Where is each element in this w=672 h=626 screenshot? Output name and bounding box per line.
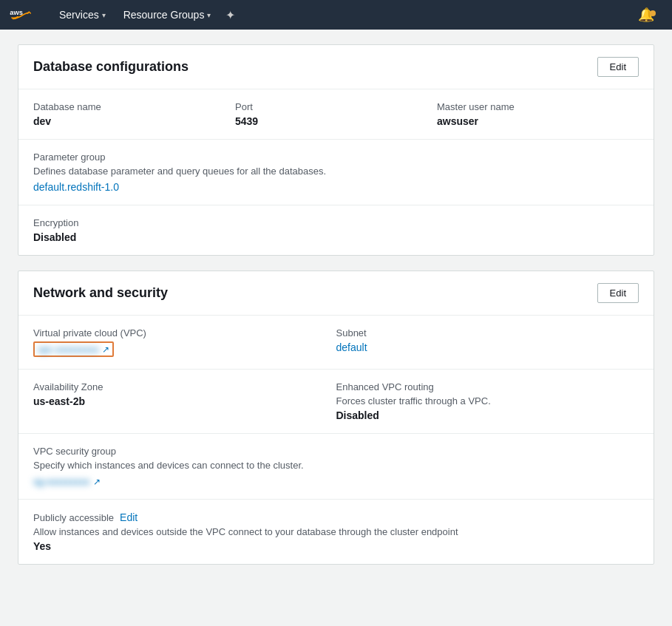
public-label-row: Publicly accessible Edit xyxy=(33,511,639,523)
services-label: Services xyxy=(59,9,99,21)
enhanced-vpc-label: Enhanced VPC routing xyxy=(336,381,639,392)
enhanced-vpc-desc: Forces cluster traffic through a VPC. xyxy=(336,395,639,406)
nav-bar: aws Services ▾ Resource Groups ▾ ✦ 🔔 xyxy=(0,0,672,30)
sg-row: VPC security group Specify which instanc… xyxy=(18,434,654,500)
port-label: Port xyxy=(235,101,437,112)
network-body: Virtual private cloud (VPC) vpc-xxxxxxxx… xyxy=(18,316,654,564)
master-user-label: Master user name xyxy=(437,101,639,112)
resource-groups-chevron-icon: ▾ xyxy=(207,11,211,19)
services-nav-item[interactable]: Services ▾ xyxy=(50,0,115,30)
db-name-port-user-row: Database name dev Port 5439 Master user … xyxy=(18,89,654,140)
encryption-row: Encryption Disabled xyxy=(18,205,654,255)
master-user-col: Master user name awsuser xyxy=(437,101,639,127)
vpc-blurred-text: vpc-xxxxxxxxx xyxy=(38,344,99,355)
az-label: Availability Zone xyxy=(33,381,336,392)
db-name-col: Database name dev xyxy=(33,101,235,127)
az-col: Availability Zone us-east-2b xyxy=(33,381,336,421)
vpc-subnet-row: Virtual private cloud (VPC) vpc-xxxxxxxx… xyxy=(18,316,654,370)
aws-logo[interactable]: aws xyxy=(9,5,38,24)
subnet-col: Subnet default xyxy=(336,327,639,357)
public-value: Yes xyxy=(33,540,639,552)
services-chevron-icon: ▾ xyxy=(102,11,106,19)
vpc-link[interactable]: vpc-xxxxxxxxx ↗ xyxy=(33,341,114,357)
vpc-link-wrapper: vpc-xxxxxxxxx ↗ xyxy=(33,341,336,357)
network-edit-button[interactable]: Edit xyxy=(597,283,639,303)
pin-icon[interactable]: ✦ xyxy=(220,8,241,22)
db-config-title: Database configurations xyxy=(33,59,189,75)
param-group-label: Parameter group xyxy=(33,152,639,163)
param-group-link[interactable]: default.redshift-1.0 xyxy=(33,181,639,193)
master-user-value: awsuser xyxy=(437,115,639,127)
port-value: 5439 xyxy=(235,115,437,127)
database-config-card: Database configurations Edit Database na… xyxy=(18,44,654,256)
sg-blurred-text: sg-xxxxxxxxx xyxy=(33,476,90,487)
enhanced-vpc-col: Enhanced VPC routing Forces cluster traf… xyxy=(336,381,639,421)
db-name-value: dev xyxy=(33,115,235,127)
param-group-row: Parameter group Defines database paramet… xyxy=(18,140,654,205)
resource-groups-label: Resource Groups xyxy=(123,9,205,21)
sg-link[interactable]: sg-xxxxxxxxx ↗ xyxy=(33,476,101,487)
az-value: us-east-2b xyxy=(33,395,336,407)
notification-dot xyxy=(650,10,656,16)
resource-groups-nav-item[interactable]: Resource Groups ▾ xyxy=(115,0,220,30)
notifications-bell[interactable]: 🔔 xyxy=(629,7,663,23)
network-title: Network and security xyxy=(33,285,168,301)
subnet-link[interactable]: default xyxy=(336,341,367,353)
db-name-label: Database name xyxy=(33,101,235,112)
vpc-label: Virtual private cloud (VPC) xyxy=(33,327,336,338)
public-row: Publicly accessible Edit Allow instances… xyxy=(18,500,654,564)
db-config-edit-button[interactable]: Edit xyxy=(597,57,639,77)
encryption-label: Encryption xyxy=(33,217,639,228)
sg-external-icon: ↗ xyxy=(93,477,101,487)
enhanced-vpc-value: Disabled xyxy=(336,409,639,421)
network-security-card: Network and security Edit Virtual privat… xyxy=(18,271,654,565)
port-col: Port 5439 xyxy=(235,101,437,127)
encryption-value: Disabled xyxy=(33,231,639,243)
svg-text:aws: aws xyxy=(10,9,23,16)
az-enhanced-row: Availability Zone us-east-2b Enhanced VP… xyxy=(18,370,654,434)
sg-desc: Specify which instances and devices can … xyxy=(33,460,639,471)
db-config-header: Database configurations Edit xyxy=(18,45,654,89)
sg-label: VPC security group xyxy=(33,446,639,457)
nav-right: 🔔 xyxy=(629,7,663,23)
subnet-label: Subnet xyxy=(336,327,639,338)
main-content: Database configurations Edit Database na… xyxy=(0,30,672,579)
network-header: Network and security Edit xyxy=(18,271,654,316)
public-edit-link[interactable]: Edit xyxy=(120,511,138,523)
public-desc: Allow instances and devices outside the … xyxy=(33,526,639,537)
param-group-desc: Defines database parameter and query que… xyxy=(33,166,639,177)
public-label: Publicly accessible xyxy=(33,512,114,523)
vpc-col: Virtual private cloud (VPC) vpc-xxxxxxxx… xyxy=(33,327,336,357)
external-link-icon: ↗ xyxy=(102,344,109,355)
sg-link-wrapper: sg-xxxxxxxxx ↗ xyxy=(33,475,639,487)
db-config-body: Database name dev Port 5439 Master user … xyxy=(18,89,654,255)
